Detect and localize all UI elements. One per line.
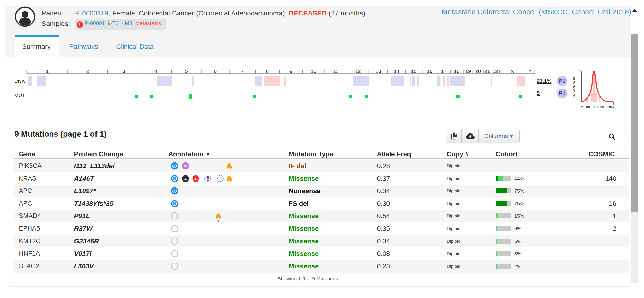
svg-text:Y: Y	[528, 68, 532, 74]
svg-text:R1: R1	[194, 177, 198, 181]
svg-text:9: 9	[290, 68, 292, 74]
svg-text:MUT: MUT	[14, 93, 25, 98]
svg-text:mutation count: mutation count	[572, 77, 576, 97]
svg-text:21: 21	[484, 68, 490, 74]
svg-text:P1: P1	[559, 90, 566, 96]
svg-text:1: 1	[46, 68, 49, 74]
svg-text:4: 4	[154, 68, 157, 74]
svg-text:P1: P1	[559, 78, 566, 84]
svg-text:9: 9	[537, 90, 540, 96]
svg-text:CNA: CNA	[14, 78, 25, 84]
svg-text:12: 12	[355, 68, 360, 74]
svg-text:3: 3	[122, 68, 126, 74]
svg-text:2: 2	[86, 68, 89, 74]
svg-text:23.1%: 23.1%	[537, 78, 552, 84]
svg-text:variant allele frequency: variant allele frequency	[581, 105, 614, 109]
svg-text:14: 14	[394, 68, 400, 74]
svg-text:20: 20	[475, 68, 481, 74]
svg-text:4: 4	[184, 177, 186, 181]
svg-text:16: 16	[427, 68, 432, 74]
svg-text:17: 17	[441, 68, 446, 74]
svg-text:7: 7	[241, 68, 244, 74]
svg-text:13: 13	[376, 68, 381, 74]
svg-text:X: X	[510, 68, 514, 74]
svg-text:18: 18	[454, 68, 460, 74]
svg-text:22: 22	[493, 68, 498, 74]
svg-text:11: 11	[333, 68, 338, 74]
svg-text:8: 8	[266, 68, 269, 74]
svg-text:5: 5	[185, 68, 188, 74]
svg-text:KD: KD	[217, 220, 220, 222]
svg-text:10: 10	[311, 68, 316, 74]
svg-text:3B: 3B	[184, 164, 188, 168]
svg-text:15: 15	[411, 68, 416, 74]
svg-text:6: 6	[214, 68, 216, 74]
svg-text:19: 19	[465, 68, 471, 74]
